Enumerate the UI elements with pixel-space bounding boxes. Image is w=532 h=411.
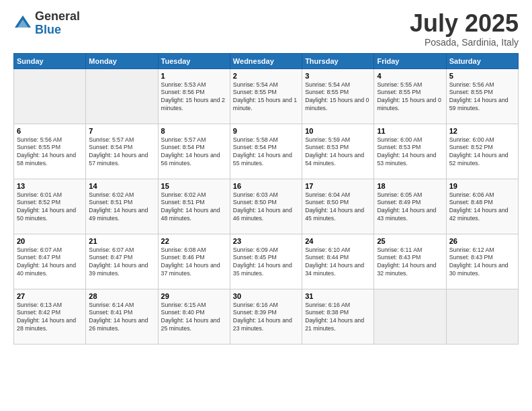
cell-details: Sunrise: 6:02 AMSunset: 8:51 PMDaylight:… (161, 191, 227, 224)
cell-details: Sunrise: 6:10 AMSunset: 8:44 PMDaylight:… (305, 246, 371, 279)
logo-blue: Blue (35, 24, 80, 37)
day-number: 31 (305, 292, 371, 300)
day-number: 3 (305, 72, 371, 80)
header-thursday: Thursday (302, 53, 374, 68)
week-row-2: 6Sunrise: 5:56 AMSunset: 8:55 PMDaylight… (14, 124, 519, 179)
cell-details: Sunrise: 6:11 AMSunset: 8:43 PMDaylight:… (377, 246, 443, 279)
day-number: 23 (233, 237, 299, 245)
calendar-cell: 19Sunrise: 6:06 AMSunset: 8:48 PMDayligh… (446, 179, 518, 234)
day-number: 27 (17, 292, 83, 300)
calendar-cell: 29Sunrise: 6:15 AMSunset: 8:40 PMDayligh… (158, 289, 230, 344)
cell-details: Sunrise: 6:07 AMSunset: 8:47 PMDaylight:… (89, 246, 154, 279)
header-saturday: Saturday (446, 53, 518, 68)
title-block: July 2025 Posada, Sardinia, Italy (410, 10, 519, 48)
calendar-cell: 6Sunrise: 5:56 AMSunset: 8:55 PMDaylight… (14, 124, 86, 179)
header: General Blue July 2025 Posada, Sardinia,… (13, 10, 519, 48)
day-number: 5 (449, 72, 515, 80)
calendar-cell: 11Sunrise: 6:00 AMSunset: 8:53 PMDayligh… (374, 124, 446, 179)
cell-details: Sunrise: 5:57 AMSunset: 8:54 PMDaylight:… (161, 136, 227, 169)
calendar-cell: 31Sunrise: 6:16 AMSunset: 8:38 PMDayligh… (302, 289, 374, 344)
day-number: 9 (233, 127, 299, 135)
day-number: 12 (449, 127, 515, 135)
day-number: 28 (89, 292, 154, 300)
cell-details: Sunrise: 5:56 AMSunset: 8:55 PMDaylight:… (17, 136, 83, 169)
calendar-cell: 15Sunrise: 6:02 AMSunset: 8:51 PMDayligh… (158, 179, 230, 234)
cell-details: Sunrise: 6:13 AMSunset: 8:42 PMDaylight:… (17, 302, 83, 334)
cell-details: Sunrise: 5:54 AMSunset: 8:55 PMDaylight:… (305, 81, 371, 113)
calendar-cell (374, 289, 446, 344)
calendar-cell: 20Sunrise: 6:07 AMSunset: 8:47 PMDayligh… (14, 234, 86, 289)
cell-details: Sunrise: 6:06 AMSunset: 8:48 PMDaylight:… (449, 191, 515, 224)
day-number: 21 (89, 237, 154, 245)
day-number: 11 (377, 127, 443, 135)
logo: General Blue (13, 10, 80, 37)
header-friday: Friday (374, 53, 446, 68)
cell-details: Sunrise: 5:56 AMSunset: 8:55 PMDaylight:… (449, 81, 515, 113)
cell-details: Sunrise: 5:55 AMSunset: 8:55 PMDaylight:… (377, 81, 443, 113)
cell-details: Sunrise: 6:08 AMSunset: 8:46 PMDaylight:… (161, 246, 227, 279)
calendar-cell: 14Sunrise: 6:02 AMSunset: 8:51 PMDayligh… (86, 179, 158, 234)
day-number: 13 (17, 182, 83, 190)
calendar-cell: 16Sunrise: 6:03 AMSunset: 8:50 PMDayligh… (230, 179, 302, 234)
day-number: 17 (305, 182, 371, 190)
day-number: 15 (161, 182, 227, 190)
cell-details: Sunrise: 6:15 AMSunset: 8:40 PMDaylight:… (161, 302, 227, 334)
calendar-cell: 24Sunrise: 6:10 AMSunset: 8:44 PMDayligh… (302, 234, 374, 289)
header-wednesday: Wednesday (230, 53, 302, 68)
day-number: 6 (17, 127, 83, 135)
day-number: 20 (17, 237, 83, 245)
cell-details: Sunrise: 6:04 AMSunset: 8:50 PMDaylight:… (305, 191, 371, 224)
week-row-3: 13Sunrise: 6:01 AMSunset: 8:52 PMDayligh… (14, 179, 519, 234)
cell-details: Sunrise: 5:58 AMSunset: 8:54 PMDaylight:… (233, 136, 299, 169)
calendar-cell: 21Sunrise: 6:07 AMSunset: 8:47 PMDayligh… (86, 234, 158, 289)
days-header-row: SundayMondayTuesdayWednesdayThursdayFrid… (14, 53, 519, 68)
cell-details: Sunrise: 5:57 AMSunset: 8:54 PMDaylight:… (89, 136, 154, 169)
cell-details: Sunrise: 5:53 AMSunset: 8:56 PMDaylight:… (161, 81, 227, 113)
cell-details: Sunrise: 5:54 AMSunset: 8:55 PMDaylight:… (233, 81, 299, 113)
cell-details: Sunrise: 6:05 AMSunset: 8:49 PMDaylight:… (377, 191, 443, 224)
day-number: 22 (161, 237, 227, 245)
cell-details: Sunrise: 6:02 AMSunset: 8:51 PMDaylight:… (89, 191, 154, 224)
logo-text: General Blue (35, 10, 80, 37)
day-number: 8 (161, 127, 227, 135)
week-row-1: 1Sunrise: 5:53 AMSunset: 8:56 PMDaylight… (14, 68, 519, 124)
cell-details: Sunrise: 6:14 AMSunset: 8:41 PMDaylight:… (89, 302, 154, 334)
calendar-cell: 28Sunrise: 6:14 AMSunset: 8:41 PMDayligh… (86, 289, 158, 344)
day-number: 30 (233, 292, 299, 300)
day-number: 26 (449, 237, 515, 245)
calendar-cell: 23Sunrise: 6:09 AMSunset: 8:45 PMDayligh… (230, 234, 302, 289)
calendar-cell: 7Sunrise: 5:57 AMSunset: 8:54 PMDaylight… (86, 124, 158, 179)
day-number: 16 (233, 182, 299, 190)
calendar-cell: 3Sunrise: 5:54 AMSunset: 8:55 PMDaylight… (302, 68, 374, 124)
calendar-cell: 9Sunrise: 5:58 AMSunset: 8:54 PMDaylight… (230, 124, 302, 179)
logo-general: General (35, 10, 80, 24)
day-number: 18 (377, 182, 443, 190)
calendar-cell: 10Sunrise: 5:59 AMSunset: 8:53 PMDayligh… (302, 124, 374, 179)
page: General Blue July 2025 Posada, Sardinia,… (0, 0, 532, 411)
calendar-cell: 22Sunrise: 6:08 AMSunset: 8:46 PMDayligh… (158, 234, 230, 289)
subtitle: Posada, Sardinia, Italy (410, 37, 519, 48)
calendar-cell: 5Sunrise: 5:56 AMSunset: 8:55 PMDaylight… (446, 68, 518, 124)
cell-details: Sunrise: 6:03 AMSunset: 8:50 PMDaylight:… (233, 191, 299, 224)
day-number: 25 (377, 237, 443, 245)
day-number: 4 (377, 72, 443, 80)
calendar-cell: 1Sunrise: 5:53 AMSunset: 8:56 PMDaylight… (158, 68, 230, 124)
day-number: 1 (161, 72, 227, 80)
day-number: 7 (89, 127, 154, 135)
calendar-cell: 13Sunrise: 6:01 AMSunset: 8:52 PMDayligh… (14, 179, 86, 234)
calendar-cell (14, 68, 86, 124)
day-number: 29 (161, 292, 227, 300)
calendar-cell: 27Sunrise: 6:13 AMSunset: 8:42 PMDayligh… (14, 289, 86, 344)
calendar-cell: 26Sunrise: 6:12 AMSunset: 8:43 PMDayligh… (446, 234, 518, 289)
day-number: 10 (305, 127, 371, 135)
cell-details: Sunrise: 6:16 AMSunset: 8:38 PMDaylight:… (305, 302, 371, 334)
cell-details: Sunrise: 6:00 AMSunset: 8:52 PMDaylight:… (449, 136, 515, 169)
cell-details: Sunrise: 6:16 AMSunset: 8:39 PMDaylight:… (233, 302, 299, 334)
main-title: July 2025 (410, 10, 519, 37)
calendar-cell: 8Sunrise: 5:57 AMSunset: 8:54 PMDaylight… (158, 124, 230, 179)
logo-icon (13, 14, 32, 33)
cell-details: Sunrise: 6:12 AMSunset: 8:43 PMDaylight:… (449, 246, 515, 279)
day-number: 19 (449, 182, 515, 190)
day-number: 24 (305, 237, 371, 245)
header-tuesday: Tuesday (158, 53, 230, 68)
